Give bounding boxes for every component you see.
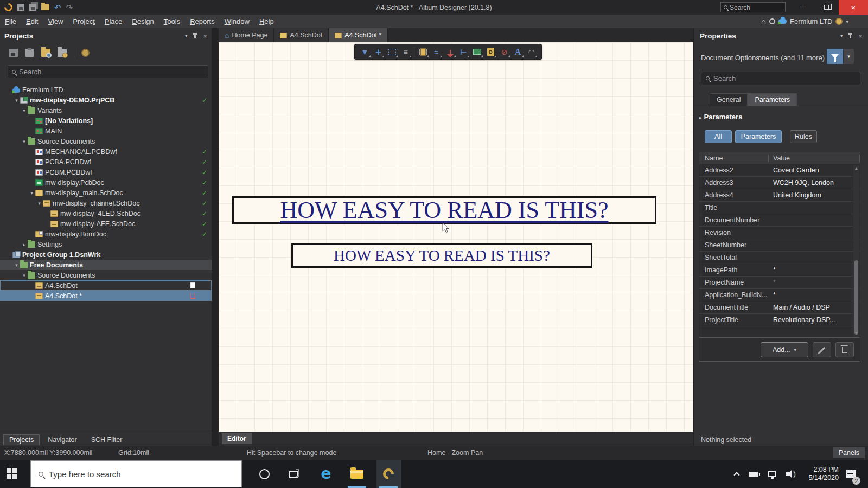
tree-item[interactable]: ▾Variants [0,105,212,115]
parameter-row[interactable]: Address3WC2H 9JQ, London [699,177,860,189]
sheet-symbol-icon[interactable] [470,45,484,59]
explore-project-icon[interactable] [41,49,50,57]
object-filter-button[interactable] [827,49,843,64]
schematic-text-large[interactable]: HOW EASY TO READ IS THIS? [232,196,656,224]
power-port-icon[interactable] [443,45,457,59]
parameter-row[interactable]: ImagePath* [699,264,860,277]
close-button[interactable]: × [839,0,868,15]
parameter-row[interactable]: Address4United Kingdom [699,189,860,202]
add-parameter-button[interactable]: Add... ▾ [761,342,808,357]
menu-help[interactable]: Help [254,17,279,25]
tree-item[interactable]: Fermium LTD [0,85,212,95]
parameters-section-header[interactable]: ▴ Parameters [699,113,742,121]
undo-icon[interactable]: ↶ [54,3,61,11]
tree-item[interactable]: PCBM.PCBDwf✓ [0,167,212,177]
edit-parameter-button[interactable] [813,342,831,357]
select-area-icon[interactable] [385,45,399,59]
parameter-value[interactable]: * [769,279,860,286]
save-icon[interactable] [17,4,24,11]
account-dropdown-icon[interactable]: ▾ [846,19,848,24]
menu-design[interactable]: Design [127,17,158,25]
compile-icon[interactable] [25,49,34,57]
schematic-canvas[interactable]: ▼+≡≈⊢D⊘A◠ HOW EASY TO READ IS THIS? HOW … [219,42,693,432]
parameter-row[interactable]: SheetNumber [699,239,860,252]
account-name[interactable]: Fermium LTD [790,17,832,25]
start-button[interactable] [7,468,17,479]
filter-button-rules[interactable]: Rules [790,130,817,143]
menu-file[interactable]: File [0,17,21,25]
tree-item[interactable]: ▾mw-display_channel.SchDoc✓ [0,198,212,208]
global-search-input[interactable]: Search [720,2,786,12]
filter-icon[interactable]: ▼ [358,45,372,59]
expand-icon[interactable]: ▾ [13,262,20,268]
menu-tools[interactable]: Tools [159,17,185,25]
parameter-row[interactable]: SheetTotal [699,252,860,264]
arc-icon[interactable]: ◠ [525,45,538,59]
scroll-up-icon[interactable]: ▲ [853,166,859,171]
column-header-value[interactable]: Value [769,155,860,162]
tree-item[interactable]: MAIN [0,126,212,136]
menu-reports[interactable]: Reports [185,17,220,25]
battery-icon[interactable] [749,472,758,477]
parameter-value[interactable]: United Kingdom [769,191,860,199]
parameter-row[interactable]: Title [699,202,860,214]
clock[interactable]: 2:08 PM 5/14/2020 [808,466,839,482]
parameter-set-icon[interactable]: D [484,45,497,59]
tree-item[interactable]: mw-display.PcbDoc✓ [0,177,212,188]
parameter-value[interactable]: * [769,291,860,299]
cross-select-icon[interactable]: + [372,45,385,59]
parameter-row[interactable]: Application_BuildN...* [699,289,860,301]
volume-icon[interactable] [786,472,789,476]
save-project-icon[interactable] [9,49,18,57]
parameter-row[interactable]: Address2Covent Garden [699,164,860,177]
tree-item[interactable]: A4.SchDot [0,280,212,291]
place-wire-icon[interactable]: ≈ [430,45,443,59]
open-icon[interactable] [41,4,49,10]
menu-view[interactable]: View [43,17,68,25]
parameter-row[interactable]: DocumentTitleMain / Audio / DSP [699,301,860,314]
place-text-icon[interactable]: A [511,45,525,59]
tree-item[interactable]: Project Group 1.DsnWrk [0,249,212,260]
project-options-icon[interactable] [58,49,67,57]
document-tab[interactable]: ⌂Home Page [219,28,274,42]
tree-item[interactable]: A4.SchDot * [0,291,212,301]
align-icon[interactable]: ≡ [399,45,412,59]
schematic-text-small[interactable]: HOW EASY TO READ IS THIS? [291,243,592,268]
filter-scope-label[interactable]: onents (and 11 more) [758,54,825,62]
cortana-button[interactable] [252,460,277,488]
properties-tab-general[interactable]: General [710,93,748,106]
filter-button-parameters[interactable]: Parameters [735,130,782,143]
tree-item[interactable]: ▾mw-display_main.SchDoc✓ [0,188,212,198]
properties-tab-parameters[interactable]: Parameters [748,93,797,106]
panel-tab-navigator[interactable]: Navigator [42,434,83,445]
panel-close-icon[interactable]: × [203,32,207,40]
taskbar-search-input[interactable]: Type here to search [30,460,242,487]
projects-search-input[interactable]: Search [8,65,208,78]
home-icon[interactable]: ⌂ [761,17,766,26]
scrollbar-thumb[interactable] [854,260,858,335]
tree-item[interactable]: PCBA.PCBDwf✓ [0,157,212,167]
document-tab[interactable]: A4.SchDot * [329,28,388,42]
scroll-down-icon[interactable]: ▼ [853,331,859,336]
menu-place[interactable]: Place [100,17,127,25]
parameter-value[interactable]: Covent Garden [769,166,860,174]
tree-item[interactable]: ▾mw-display-DEMO.PrjPCB✓ [0,95,212,105]
tree-item[interactable]: [No Variations] [0,115,212,126]
place-part-icon[interactable] [416,45,430,59]
file-explorer-button[interactable] [344,460,369,488]
filter-dropdown-button[interactable]: ▾ [844,49,854,64]
parameter-row[interactable]: Revision [699,227,860,239]
pin-icon[interactable] [194,34,196,38]
menu-window[interactable]: Window [220,17,254,25]
no-erc-icon[interactable]: ⊘ [497,45,511,59]
parameter-row[interactable]: DocumentNumber [699,214,860,227]
settings-gear-icon[interactable] [769,18,775,24]
tree-item[interactable]: ▾Source Documents [0,136,212,146]
credits-icon[interactable] [835,18,843,25]
tree-item[interactable]: ▾Source Documents [0,270,212,280]
filter-button-all[interactable]: All [705,130,732,143]
expand-icon[interactable]: ▾ [21,273,28,278]
net-label-icon[interactable]: ⊢ [457,45,470,59]
redo-icon[interactable]: ↷ [66,3,73,11]
parameter-value[interactable]: Revolutionary DSP... [769,316,860,324]
